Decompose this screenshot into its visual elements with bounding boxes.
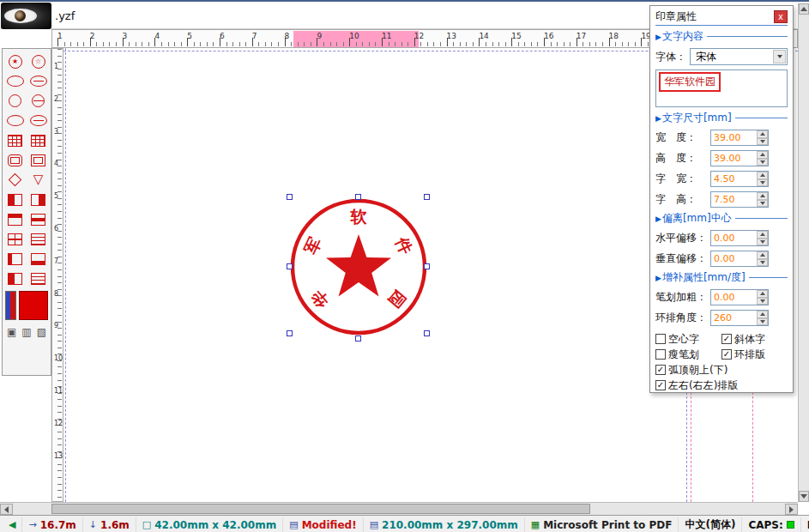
seal-text-input[interactable]: 华军软件园	[655, 70, 788, 107]
spinner-buttons	[757, 251, 768, 266]
scroll-left-arrow-icon[interactable]	[0, 504, 13, 515]
spin-down-icon[interactable]	[757, 298, 768, 305]
spin-up-icon[interactable]	[757, 192, 768, 200]
status-printer-icon: ▦	[531, 519, 540, 530]
circle-line-seal-icon[interactable]	[27, 91, 50, 111]
offset-field-input[interactable]: 0.00	[710, 230, 769, 246]
table-seal-icon[interactable]	[27, 130, 50, 150]
selection-handle[interactable]	[424, 330, 430, 336]
selection-handle[interactable]	[287, 330, 293, 336]
checkbox-option[interactable]: ✓弧顶朝上(下)	[655, 362, 788, 378]
selection-handle[interactable]	[287, 194, 293, 200]
spin-up-icon[interactable]	[757, 251, 768, 259]
oval-seal-icon[interactable]	[3, 111, 27, 130]
size-field-input[interactable]: 7.50	[710, 191, 769, 208]
font-select[interactable]: 宋体	[690, 48, 788, 65]
rect-corner-seal-icon[interactable]	[3, 269, 27, 288]
seal-object[interactable]: 华军软件园	[286, 194, 432, 340]
selection-handle[interactable]	[424, 194, 430, 200]
spin-down-icon[interactable]	[757, 259, 768, 267]
checkbox-option[interactable]: ✓左右(右左)排版	[655, 378, 788, 393]
current-color-swatch[interactable]	[19, 291, 48, 320]
selection-handle[interactable]	[424, 263, 430, 269]
extra-field-value: 260	[711, 311, 757, 325]
ellipse-line-seal-icon[interactable]	[27, 71, 50, 91]
checkbox-option[interactable]: ✓环排版	[721, 347, 788, 362]
h-ruler-number: 1	[57, 32, 63, 40]
selection-handle[interactable]	[355, 194, 361, 200]
selection-handle[interactable]	[355, 336, 361, 342]
checkbox-box[interactable]	[655, 334, 666, 344]
color-pair-swatch[interactable]	[5, 291, 16, 320]
spin-down-icon[interactable]	[757, 159, 768, 166]
rect-lines-seal-icon[interactable]	[27, 269, 50, 288]
size-field-input[interactable]: 4.50	[710, 171, 769, 187]
rect-bottom-band-seal-icon[interactable]	[27, 249, 50, 269]
stamp-tool-icon[interactable]: ▣	[5, 324, 18, 339]
scroll-up-arrow-icon[interactable]	[799, 3, 809, 15]
circle-seal-icon[interactable]	[3, 91, 27, 111]
checkbox-option[interactable]: 空心字	[655, 331, 721, 347]
checkbox-option[interactable]: 瘦笔划	[655, 347, 721, 362]
rect-split-left-seal-icon[interactable]	[3, 190, 27, 209]
size-field-input[interactable]: 39.00	[710, 130, 769, 146]
status-scroll-left-icon[interactable]: ◀	[3, 517, 22, 532]
spin-down-icon[interactable]	[757, 318, 768, 326]
spin-up-icon[interactable]	[757, 151, 768, 159]
checkbox-box[interactable]: ✓	[721, 349, 732, 360]
h-ruler-number: 10	[349, 32, 359, 40]
double-rect-seal-icon[interactable]	[27, 150, 50, 170]
panel-title-bar[interactable]: 印章属性 x	[655, 8, 788, 26]
rect-top-band-seal-icon[interactable]	[3, 209, 27, 229]
rect-split-right-seal-icon[interactable]	[27, 190, 50, 209]
spin-up-icon[interactable]	[757, 231, 768, 239]
spin-up-icon[interactable]	[757, 311, 768, 318]
ink-tool-icon[interactable]: ▧	[35, 324, 48, 339]
sheet-tool-icon[interactable]: ▥	[20, 324, 33, 339]
checkbox-box[interactable]: ✓	[655, 365, 666, 375]
triangle-seal-icon[interactable]: ▽	[27, 170, 50, 190]
circle-star-outline-seal-icon[interactable]: ☆	[27, 51, 50, 71]
checkbox-label: 斜体字	[734, 332, 765, 347]
spin-up-icon[interactable]	[757, 130, 768, 138]
v-ruler-number: 4	[54, 160, 58, 167]
offset-field-value: 0.00	[711, 231, 757, 245]
spin-up-icon[interactable]	[757, 172, 768, 179]
spin-up-icon[interactable]	[757, 290, 768, 298]
spin-down-icon[interactable]	[757, 200, 768, 208]
spin-down-icon[interactable]	[757, 138, 768, 146]
scroll-right-arrow-icon[interactable]	[785, 504, 798, 515]
panel-close-button[interactable]: x	[774, 10, 788, 23]
spin-down-icon[interactable]	[757, 239, 768, 246]
rect-rows-seal-icon[interactable]	[27, 229, 50, 249]
rect-quad-seal-icon[interactable]	[3, 229, 27, 249]
ellipse-seal-icon[interactable]	[3, 71, 27, 91]
checkbox-box[interactable]: ✓	[721, 334, 732, 344]
diamond-seal-icon[interactable]	[3, 170, 27, 190]
circle-star-seal-icon[interactable]: ★	[3, 51, 27, 71]
rect-mid-band-seal-icon[interactable]	[27, 209, 50, 229]
extra-field-row: 笔划加粗：0.00	[655, 289, 788, 305]
scroll-down-arrow-icon[interactable]	[799, 491, 809, 502]
spin-down-icon[interactable]	[757, 179, 768, 187]
size-field-input[interactable]: 39.00	[710, 150, 769, 166]
rounded-rect-seal-icon[interactable]	[3, 150, 27, 170]
oval-line-seal-icon[interactable]	[27, 111, 50, 130]
horizontal-scrollbar[interactable]	[0, 502, 798, 515]
offset-field-input[interactable]: 0.00	[710, 251, 769, 267]
grid-seal-icon[interactable]	[3, 130, 27, 150]
extra-field-input[interactable]: 0.00	[710, 289, 769, 305]
offset-field-label: 垂直偏移：	[655, 251, 710, 266]
checkbox-box[interactable]	[655, 349, 666, 360]
rect-left-bar-seal-icon[interactable]	[3, 249, 27, 269]
extra-field-input[interactable]: 260	[710, 310, 769, 326]
seal-text-value: 华军软件园	[659, 72, 721, 92]
chevron-down-icon[interactable]	[773, 50, 786, 63]
checkbox-option[interactable]: ✓斜体字	[721, 331, 788, 347]
checkbox-box[interactable]: ✓	[655, 380, 666, 390]
v-ruler: 12345678910111213	[51, 48, 63, 502]
horizontal-scroll-thumb[interactable]	[51, 504, 590, 514]
vertical-scrollbar[interactable]	[798, 3, 809, 502]
spinner-buttons	[757, 290, 768, 305]
selection-handle[interactable]	[287, 263, 293, 269]
